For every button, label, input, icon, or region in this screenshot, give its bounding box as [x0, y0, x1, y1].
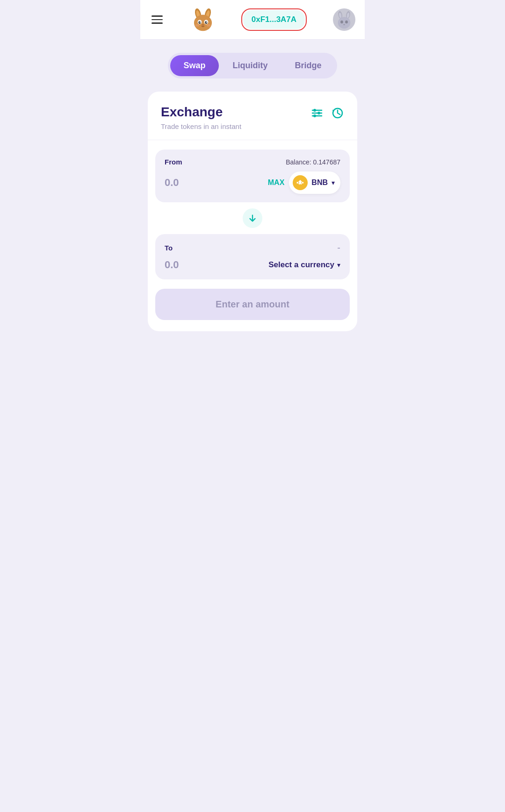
token-name-bnb: BNB — [311, 178, 328, 187]
chevron-down-icon: ▾ — [332, 179, 335, 186]
wallet-address-wrapper: 0xF1...3A7A — [241, 8, 307, 31]
to-box-body: 0.0 Select a currency ▾ — [165, 259, 340, 271]
header: 0xF1...3A7A — [140, 0, 365, 40]
svg-point-19 — [340, 21, 343, 24]
svg-point-10 — [206, 21, 207, 23]
from-label: From — [165, 158, 182, 166]
token-selector-bnb[interactable]: BNB ▾ — [289, 171, 340, 194]
svg-point-20 — [345, 21, 348, 24]
arrow-down-icon — [247, 213, 258, 223]
tab-swap[interactable]: Swap — [170, 55, 218, 76]
history-icon[interactable] — [331, 107, 344, 120]
swap-direction-button[interactable] — [241, 207, 264, 229]
card-header-text: Exchange Trade tokens in an instant — [161, 105, 241, 130]
select-currency-button[interactable]: Select a currency ▾ — [268, 260, 340, 270]
app-logo — [191, 7, 215, 32]
tabs: Swap Liquidity Bridge — [168, 53, 337, 78]
svg-point-11 — [202, 24, 204, 26]
tab-bridge[interactable]: Bridge — [282, 55, 335, 76]
from-token-box: From Balance: 0.147687 0.0 MAX — [155, 150, 350, 202]
enter-amount-button[interactable]: Enter an amount — [155, 289, 350, 320]
bnb-icon — [293, 175, 308, 190]
tab-liquidity[interactable]: Liquidity — [220, 55, 281, 76]
wallet-address[interactable]: 0xF1...3A7A — [243, 10, 305, 29]
svg-point-13 — [207, 24, 211, 27]
menu-button[interactable] — [150, 14, 165, 26]
to-amount[interactable]: 0.0 — [165, 259, 179, 271]
exchange-subtitle: Trade tokens in an instant — [161, 122, 241, 130]
to-dash: - — [337, 242, 340, 253]
svg-point-12 — [195, 24, 199, 27]
from-token-controls: MAX BNB ▾ — [268, 171, 340, 194]
balance-display: Balance: 0.147687 — [286, 158, 340, 166]
to-label: To — [165, 244, 173, 252]
exchange-card: Exchange Trade tokens in an instant — [148, 92, 357, 331]
exchange-body: From Balance: 0.147687 0.0 MAX — [148, 140, 357, 331]
user-avatar[interactable] — [333, 8, 355, 31]
to-token-box: To - 0.0 Select a currency ▾ — [155, 234, 350, 279]
from-box-body: 0.0 MAX BNB ▾ — [165, 171, 340, 194]
max-button[interactable]: MAX — [268, 178, 285, 187]
tabs-container: Swap Liquidity Bridge — [140, 40, 365, 88]
chevron-down-icon: ▾ — [337, 261, 340, 269]
svg-point-26 — [317, 112, 320, 114]
exchange-title: Exchange — [161, 105, 241, 120]
svg-point-21 — [343, 24, 345, 25]
svg-point-18 — [338, 17, 351, 28]
svg-point-27 — [313, 114, 316, 117]
svg-point-4 — [194, 15, 212, 31]
to-box-header: To - — [165, 242, 340, 253]
svg-point-9 — [199, 21, 201, 23]
settings-icon[interactable] — [310, 107, 324, 120]
card-actions — [310, 105, 344, 120]
swap-arrow-container — [155, 207, 350, 229]
card-header: Exchange Trade tokens in an instant — [148, 92, 357, 140]
svg-point-25 — [313, 109, 316, 112]
from-amount[interactable]: 0.0 — [165, 177, 179, 189]
select-currency-text: Select a currency — [268, 260, 334, 270]
from-box-header: From Balance: 0.147687 — [165, 158, 340, 166]
